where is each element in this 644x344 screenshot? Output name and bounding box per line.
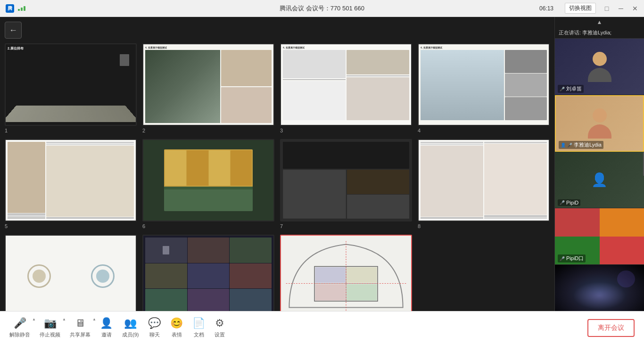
slide-number-2: 2 (142, 128, 274, 133)
slide-thumb-6 (142, 139, 274, 221)
switch-view-button[interactable]: 切换视图 (565, 3, 596, 14)
slide-item-7[interactable]: 7 (280, 139, 412, 229)
participant-tile-p2[interactable]: 👤 🎤 李雅迪Lydia (555, 95, 644, 152)
slide-item-6[interactable]: 6 (142, 139, 274, 229)
maximize-icon[interactable]: □ (603, 5, 610, 12)
chat-icon: 💬 (148, 317, 161, 329)
invite-button[interactable]: 👤 邀请 (100, 317, 113, 338)
slide-number-5: 5 (5, 223, 137, 229)
participant-video-p5 (555, 265, 644, 311)
slide-number-7: 7 (280, 223, 412, 229)
participant-name-p4: 🎤 PipiD口 (558, 254, 586, 262)
back-icon: ← (9, 25, 17, 35)
share-screen-button[interactable]: 🖥 共享屏幕 ▲ (70, 317, 91, 338)
microphone-muted-icon: 🎤 (14, 317, 26, 329)
back-button[interactable]: ← (5, 22, 22, 39)
members-button[interactable]: 👥 成员(9) (122, 317, 139, 338)
sidebar-scroll-up[interactable]: ▲ (555, 17, 644, 27)
document-icon: 📄 (192, 317, 205, 329)
slide-thumb-10 (142, 235, 274, 311)
expression-button[interactable]: 😊 表情 (170, 317, 183, 338)
slides-grid: 2.展位排布 1 4. 实景展厅模型测试 (5, 43, 550, 311)
slide-item-2[interactable]: 4. 实景展厅模型测试 (142, 43, 274, 133)
art-block-4 (600, 237, 644, 265)
slide-thumb-5 (5, 139, 137, 221)
toolbar-items: 🎤 解除静音 ▲ 📷 停止视频 ▲ 🖥 共享屏幕 ▲ 👤 邀请 (9, 317, 225, 338)
titlebar-left: 腾 (6, 4, 25, 13)
slide-thumb-8 (418, 139, 550, 221)
time-display: 06:13 (539, 5, 553, 12)
participant-tile-p3[interactable]: 👤 🎤 PipiD (555, 152, 644, 208)
slide-thumb-7 (280, 139, 412, 221)
slides-panel[interactable]: ← 2.展位排布 1 (0, 17, 554, 311)
participant-name-p1: 🎤 刘卓笛 (558, 85, 584, 93)
close-button[interactable]: ✕ (632, 5, 638, 12)
signal-bar-1 (18, 9, 20, 11)
slide-item-5[interactable]: 5 (5, 139, 137, 229)
participant-tile-p5[interactable]: 🎤 Holly (555, 265, 644, 311)
stop-video-button[interactable]: 📷 停止视频 ▲ (40, 317, 60, 338)
video-icon: 📷 (44, 317, 57, 329)
titlebar: 腾 腾讯会议 会议号：770 501 660 06:13 切换视图 □ ─ ✕ (0, 0, 644, 17)
invite-label: 邀请 (101, 331, 112, 338)
slide-thumb-2: 4. 实景展厅模型测试 (142, 43, 274, 126)
minimize-button[interactable]: ─ (618, 5, 624, 12)
expression-icon: 😊 (170, 317, 183, 329)
expression-label: 表情 (172, 331, 182, 338)
slide-item-4[interactable]: 4. 实景展厅模型测试 (418, 43, 550, 133)
right-sidebar: ▲ 正在讲话: 李雅迪Lydia; 🎤 刘卓笛 (554, 17, 644, 311)
slide-number-4: 4 (418, 128, 550, 133)
art-block-1 (555, 208, 600, 237)
settings-icon: ⚙ (215, 317, 224, 329)
slide-item-3[interactable]: 4. 实景展厅模型测试 (280, 43, 412, 133)
participant-tile-p4[interactable]: 🎤 PipiD口 (555, 208, 644, 265)
person-body-p1 (588, 68, 611, 82)
slide-number-6: 6 (142, 223, 274, 229)
settings-button[interactable]: ⚙ 设置 (215, 317, 225, 338)
share-arrow: ▲ (92, 317, 96, 321)
svg-rect-4 (347, 284, 377, 301)
slide-number-1: 1 (5, 128, 137, 133)
bottom-toolbar: 🎤 解除静音 ▲ 📷 停止视频 ▲ 🖥 共享屏幕 ▲ 👤 邀请 (0, 311, 644, 344)
mic-icon-p2: 🎤 (567, 143, 572, 147)
svg-rect-3 (315, 284, 345, 301)
members-label: 成员(9) (122, 331, 139, 338)
slide-item-10[interactable]: 10 (142, 235, 274, 311)
slide-number-3: 3 (280, 128, 412, 133)
person-icon-p2: 👤 (561, 143, 566, 147)
mic-icon-p3: 🎤 (560, 200, 565, 205)
person-silhouette-p3: 👤 (591, 172, 608, 188)
window-controls: 06:13 切换视图 □ ─ ✕ (539, 3, 638, 14)
share-screen-label: 共享屏幕 (70, 331, 91, 338)
svg-rect-5 (315, 267, 345, 283)
participant-name-p2: 👤 🎤 李雅迪Lydia (559, 141, 603, 149)
chat-button[interactable]: 💬 聊天 (148, 317, 161, 338)
slide-item-9[interactable]: 9 (5, 235, 137, 311)
invite-icon: 👤 (100, 317, 113, 329)
participant-tile-p1[interactable]: 🎤 刘卓笛 (555, 39, 644, 95)
slide-thumb-3: 4. 实景展厅模型测试 (280, 43, 412, 126)
speaking-indicator: 正在讲话: 李雅迪Lydia; (555, 27, 644, 39)
slide-item-1[interactable]: 2.展位排布 1 (5, 43, 137, 133)
video-arrow: ▲ (62, 317, 66, 321)
slide-thumb-11 (280, 235, 412, 311)
unmute-button[interactable]: 🎤 解除静音 ▲ (9, 317, 30, 338)
slide-item-8[interactable]: 8 (418, 139, 550, 229)
mic-icon-p1: 🎤 (560, 87, 565, 91)
document-button[interactable]: 📄 文档 (192, 317, 205, 338)
participant-name-p3: 🎤 PipiD (558, 199, 580, 206)
slide-thumb-9 (5, 235, 137, 311)
content-area: ← 2.展位排布 1 (0, 17, 644, 311)
leave-meeting-button[interactable]: 离开会议 (587, 319, 635, 337)
svg-rect-6 (347, 267, 377, 283)
window-title: 腾讯会议 会议号：770 501 660 (280, 4, 364, 13)
slide-thumb-1: 2.展位排布 (5, 43, 137, 126)
slide-item-11[interactable]: 11 (280, 235, 412, 311)
app-logo: 腾 (6, 4, 14, 13)
document-label: 文档 (194, 331, 204, 338)
screen-share-icon: 🖥 (75, 317, 85, 329)
signal-indicator (18, 6, 25, 11)
unmute-label: 解除静音 (9, 331, 30, 338)
person-body-p2 (588, 124, 611, 139)
slide1-title: 2.展位排布 (8, 46, 134, 51)
